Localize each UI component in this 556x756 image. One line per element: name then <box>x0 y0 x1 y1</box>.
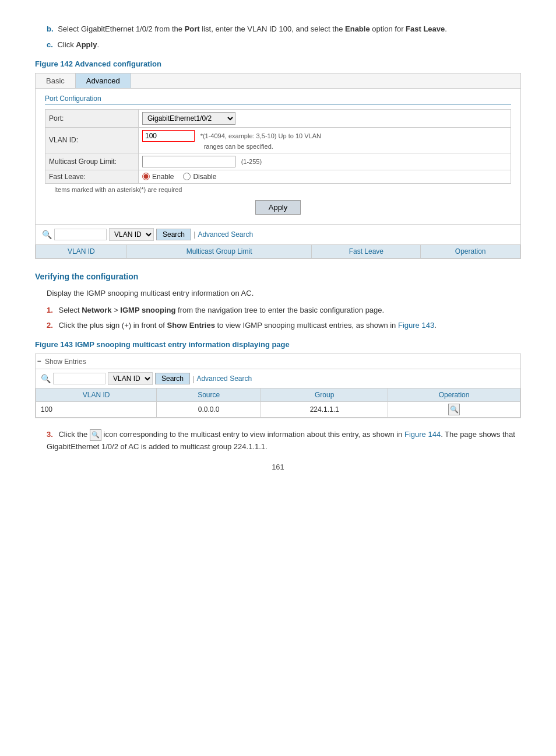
apply-button[interactable]: Apply <box>255 200 301 215</box>
port-value-cell: GigabitEthernet1/0/2 <box>139 109 511 127</box>
search-icon: 🔍 <box>41 229 52 240</box>
multicast-group-hint: (1-255) <box>241 158 262 165</box>
step-1-network: Network <box>82 306 111 314</box>
figure-143-title: Figure 143 IGMP snooping multicast entry… <box>35 340 521 349</box>
step-2-showentries: Show Entries <box>167 321 215 330</box>
vlan-input[interactable] <box>142 130 195 142</box>
step-1-text2: from the navigation tree to enter the ba… <box>175 306 384 314</box>
step-1-num: 1. <box>47 306 53 314</box>
port-label: Port: <box>45 109 139 127</box>
minus-icon[interactable]: － <box>36 356 43 366</box>
table-body-143: 100 0.0.0.0 224.1.1.1 🔍 <box>36 402 520 418</box>
step-3-figlink[interactable]: Figure 144 <box>404 430 441 439</box>
view-icon[interactable]: 🔍 <box>448 404 460 415</box>
search-input-143[interactable] <box>53 373 105 384</box>
step-1: 1. Select Network > IGMP snooping from t… <box>35 304 521 317</box>
col-vlanid-143: VLAN ID <box>36 388 157 402</box>
fast-leave-value-cell: Enable Disable <box>139 170 511 183</box>
fast-leave-row: Fast Leave: Enable Disable <box>45 170 511 183</box>
disable-radio-label[interactable]: Disable <box>183 173 216 181</box>
cell-vlanid-143: 100 <box>36 402 157 418</box>
enable-radio-label[interactable]: Enable <box>142 173 174 181</box>
vlan-row: VLAN ID: *(1-4094, example: 3,5-10) Up t… <box>45 127 511 153</box>
port-config-table: Port: GigabitEthernet1/0/2 VLAN ID: *(1-… <box>45 109 511 184</box>
step-b-text3: option for <box>370 24 406 33</box>
vlan-value-cell: *(1-4094, example: 3,5-10) Up to 10 VLAN… <box>139 127 511 153</box>
step-c-apply: Apply <box>76 40 97 49</box>
multicast-group-row: Multicast Group Limit: (1-255) <box>45 153 511 170</box>
advanced-search-link-143[interactable]: Advanced Search <box>196 374 252 383</box>
show-entries-label: Show Entries <box>45 358 86 366</box>
disable-radio-text: Disable <box>193 173 216 181</box>
step-b-enable: Enable <box>345 24 370 33</box>
enable-radio[interactable] <box>142 173 150 180</box>
step-3-text2: icon corresponding to the multicast entr… <box>101 430 404 439</box>
step-b-text4: . <box>445 24 447 33</box>
table-header-row-143: VLAN ID Source Group Operation <box>36 388 520 402</box>
col-multicast-142: Multicast Group Limit <box>126 244 312 258</box>
figure-142-title: Figure 142 Advanced configuration <box>35 60 521 68</box>
step-2-figlink[interactable]: Figure 143 <box>398 321 434 330</box>
col-source-143: Source <box>157 388 261 402</box>
verify-section-title: Verifying the configuration <box>35 272 521 281</box>
port-config-title: Port Configuration <box>45 94 511 104</box>
advanced-search-link-142[interactable]: Advanced Search <box>198 230 253 239</box>
step-1-arrow: > <box>112 306 121 314</box>
step-2-text2: to view IGMP snooping multicast entries,… <box>215 321 398 330</box>
cell-source-143: 0.0.0.0 <box>157 402 261 418</box>
search-select-142[interactable]: VLAN ID <box>109 228 154 241</box>
tab-advanced[interactable]: Advanced <box>76 74 131 88</box>
search-icon-143: 🔍 <box>40 373 51 384</box>
vlan-label: VLAN ID: <box>45 127 139 153</box>
show-entries-bar: － Show Entries <box>36 354 520 369</box>
figure-142-box: Basic Advanced Port Configuration Port: … <box>35 73 521 259</box>
step-2: 2. Click the plus sign (+) in front of S… <box>35 320 521 332</box>
search-button-142[interactable]: Search <box>156 229 191 240</box>
disable-radio[interactable] <box>183 173 191 180</box>
col-group-143: Group <box>261 388 388 402</box>
result-table-142: VLAN ID Multicast Group Limit Fast Leave… <box>36 244 520 258</box>
step-1-text1: Select <box>58 306 82 314</box>
step-b-text1: Select GigabitEthernet 1/0/2 from the <box>58 24 185 33</box>
fast-leave-radio-group: Enable Disable <box>142 173 507 181</box>
step-b-text2: list, enter the VLAN ID 100, and select … <box>200 24 345 33</box>
step-2-num: 2. <box>47 321 53 330</box>
search-button-143[interactable]: Search <box>155 373 190 384</box>
step-2-text1: Click the plus sign (+) in front of <box>58 321 167 330</box>
cell-group-143: 224.1.1.1 <box>261 402 388 418</box>
step-b-fastleave: Fast Leave <box>406 24 445 33</box>
step-1-igmp: IGMP snooping <box>120 306 175 314</box>
enable-radio-text: Enable <box>152 173 174 181</box>
multicast-group-input[interactable] <box>142 156 235 167</box>
figure-143-box: － Show Entries 🔍 VLAN ID Search | Advanc… <box>35 354 521 418</box>
page-number: 161 <box>35 463 521 471</box>
port-row: Port: GigabitEthernet1/0/2 <box>45 109 511 127</box>
col-operation-143: Operation <box>388 388 520 402</box>
step-c-text1: Click <box>57 40 76 49</box>
step-3: 3. Click the 🔍 icon corresponding to the… <box>35 429 521 453</box>
port-config-section: Port Configuration Port: GigabitEthernet… <box>36 89 520 224</box>
step-c: c. Click Apply. <box>35 39 521 51</box>
port-select[interactable]: GigabitEthernet1/0/2 <box>142 112 235 125</box>
col-vlanid-142: VLAN ID <box>36 244 127 258</box>
col-fastleave-142: Fast Leave <box>312 244 421 258</box>
search-input-142[interactable] <box>54 229 107 240</box>
search-bar-142: 🔍 VLAN ID Search | Advanced Search <box>36 224 520 244</box>
cell-operation-143: 🔍 <box>388 402 520 418</box>
search-bar-143: 🔍 VLAN ID Search | Advanced Search <box>36 369 520 388</box>
step-3-text1: Click the <box>58 430 89 439</box>
apply-row: Apply <box>45 195 511 220</box>
vlan-hint1: *(1-4094, example: 3,5-10) Up to 10 VLAN <box>200 132 321 139</box>
step-b-port: Port <box>185 24 200 33</box>
fast-leave-label: Fast Leave: <box>45 170 139 183</box>
search-select-143[interactable]: VLAN ID <box>108 372 153 385</box>
step-b: b. Select GigabitEthernet 1/0/2 from the… <box>35 23 521 36</box>
step-c-text2: . <box>97 40 99 49</box>
verify-para: Display the IGMP snooping multicast entr… <box>35 287 521 300</box>
step-c-letter: c. <box>47 40 53 49</box>
tab-basic[interactable]: Basic <box>36 74 76 88</box>
col-operation-142: Operation <box>421 244 520 258</box>
vlan-hint2: ranges can be specified. <box>204 143 273 150</box>
step-3-icon: 🔍 <box>90 429 101 441</box>
separator-143: | <box>192 374 194 383</box>
